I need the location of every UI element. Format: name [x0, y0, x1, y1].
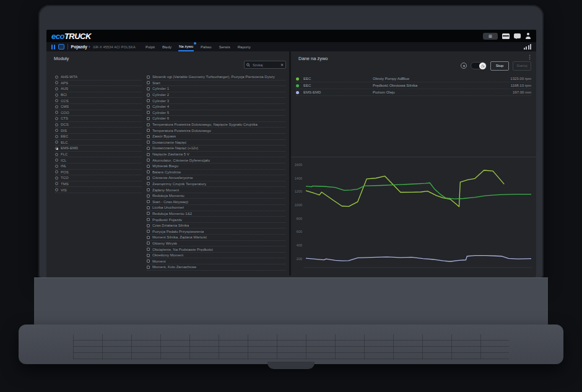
parameter-row[interactable]: Start [147, 81, 285, 87]
chat-icon[interactable] [514, 33, 521, 38]
module-row[interactable]: DIS [55, 128, 142, 134]
checkbox[interactable] [147, 111, 150, 114]
tab-błędy[interactable]: Błędy [162, 43, 172, 51]
tab-na-żywo[interactable]: Na żywo [178, 42, 194, 51]
parameter-row[interactable]: Obciążenie, Na Podstawie Prędkości [147, 246, 285, 253]
tab-serwis[interactable]: Serwis [219, 43, 231, 51]
parameter-row[interactable]: Start - Czas Aktywacji [147, 199, 285, 205]
radio-button[interactable] [55, 123, 58, 126]
module-row[interactable]: EEC [55, 134, 142, 140]
parameter-row[interactable]: Ciśnienie Atmosferyczne [147, 175, 285, 181]
radio-button[interactable] [55, 176, 58, 180]
radio-button[interactable] [55, 81, 58, 84]
parameter-row[interactable]: Liczba Uruchomień [147, 205, 285, 211]
radio-button[interactable] [55, 159, 58, 162]
breadcrumb[interactable]: Pojazdy › [71, 45, 90, 49]
module-row[interactable]: APS [55, 81, 142, 87]
module-row[interactable]: CTS [55, 116, 142, 122]
live-data-row[interactable]: EMS-EMDPoziom Oleju197.00 mm [296, 89, 531, 96]
module-row[interactable]: ICL [55, 157, 142, 163]
parameter-row[interactable]: Cylinder 4 [147, 104, 285, 110]
checkbox[interactable] [147, 194, 150, 198]
live-data-row[interactable]: EECObroty Pompy AdBlue1323.00 rpm [296, 76, 531, 82]
parameter-row[interactable]: Cylinder 5 [147, 110, 285, 116]
checkbox[interactable] [147, 129, 150, 132]
module-row[interactable]: COO [55, 110, 142, 116]
radio-button[interactable] [55, 141, 58, 144]
tab-pulpit[interactable]: Pulpit [145, 43, 155, 51]
clear-search-icon[interactable]: ✕ [280, 63, 284, 67]
radio-button[interactable] [55, 147, 58, 150]
parameter-row[interactable]: Cylinder 1 [147, 86, 285, 92]
checkbox[interactable] [147, 81, 150, 84]
checkbox[interactable] [147, 105, 150, 108]
checkbox[interactable] [147, 141, 150, 144]
module-row[interactable]: CCS [55, 98, 142, 104]
checkbox[interactable] [147, 224, 150, 227]
checkbox[interactable] [147, 76, 150, 79]
live-data-row[interactable]: EECPrędkość Obrotowa Silnika1168.10 rpm [296, 82, 531, 89]
parameter-row[interactable]: Temperatura Powietrza Dolotowego [147, 128, 285, 134]
tab-paliwo[interactable]: Paliwo [200, 43, 212, 51]
checkbox[interactable] [147, 135, 150, 138]
checkbox[interactable] [147, 206, 150, 209]
checkbox[interactable] [147, 147, 150, 150]
radio-button[interactable] [55, 170, 58, 173]
kebab-menu-icon[interactable]: ⋮ [527, 54, 532, 60]
module-row[interactable]: ELC [55, 140, 142, 146]
parameter-row[interactable]: Redukcja Momentu [147, 193, 285, 199]
apps-pill-icon[interactable]: ⊞ [483, 33, 498, 40]
module-row[interactable]: TCO [55, 175, 142, 181]
parameter-row[interactable]: Prędkość Pojazdu [147, 217, 285, 223]
checkbox[interactable] [147, 117, 150, 120]
module-row[interactable]: EMS-EMD [55, 146, 142, 152]
radio-button[interactable] [55, 153, 58, 156]
parameter-row[interactable]: Moment Silnika, Żądana Wartość [147, 235, 285, 241]
module-row[interactable]: CMS [55, 104, 142, 110]
checkbox[interactable] [147, 165, 150, 168]
search-input[interactable] [251, 63, 279, 68]
checkbox[interactable] [147, 218, 150, 221]
card-icon[interactable] [502, 33, 510, 39]
record-icon[interactable] [461, 63, 467, 69]
module-row[interactable]: POS [55, 170, 142, 176]
radio-button[interactable] [55, 87, 58, 90]
parameter-row[interactable]: Określony Moment [147, 253, 285, 259]
radio-button[interactable] [55, 165, 58, 168]
module-row[interactable]: BCI [55, 92, 142, 98]
module-row[interactable]: AHS-WTA [55, 74, 142, 81]
checkbox[interactable] [147, 259, 150, 263]
checkbox[interactable] [147, 248, 150, 251]
parameter-row[interactable]: Redukcja Momentu 1&2 [147, 211, 285, 217]
radio-button[interactable] [55, 135, 58, 138]
module-row[interactable]: TMS [55, 181, 142, 188]
checkbox[interactable] [147, 242, 150, 245]
checkbox[interactable] [147, 159, 150, 162]
tab-raporty[interactable]: Raporty [237, 43, 251, 51]
radio-button[interactable] [55, 117, 58, 120]
parameter-row[interactable]: Cylinder 3 [147, 98, 285, 104]
parameter-row[interactable]: Temperatura Powietrza Dolotowego, Napięc… [147, 122, 285, 128]
checkbox[interactable] [147, 94, 150, 97]
checkbox[interactable] [147, 188, 150, 191]
parameter-row[interactable]: Główny Wtrysk [147, 241, 285, 247]
checkbox[interactable] [147, 236, 150, 239]
parameter-row[interactable]: Wybierak Biegu [147, 163, 285, 170]
checkbox[interactable] [147, 87, 150, 90]
module-row[interactable]: AUS [55, 86, 142, 92]
parameter-row[interactable]: Żądany Moment [147, 187, 285, 193]
clock-toggle[interactable]: ◷ [471, 62, 487, 69]
checkbox[interactable] [147, 170, 150, 173]
pause-icon[interactable] [51, 45, 55, 50]
parameter-row[interactable]: Pozycja Pedału Przyspieszenia [147, 229, 285, 235]
module-row[interactable]: FLC [55, 152, 142, 158]
checkbox[interactable] [147, 182, 150, 185]
parameter-row[interactable]: Zawór Bypass [147, 134, 285, 140]
checkbox[interactable] [147, 266, 150, 269]
radio-button[interactable] [55, 111, 58, 114]
radio-button[interactable] [55, 182, 58, 185]
checkbox[interactable] [147, 230, 150, 233]
module-row[interactable]: VIS [55, 187, 142, 193]
parameter-row[interactable]: Balans Cylindrów [147, 170, 285, 176]
radio-button[interactable] [55, 188, 58, 191]
